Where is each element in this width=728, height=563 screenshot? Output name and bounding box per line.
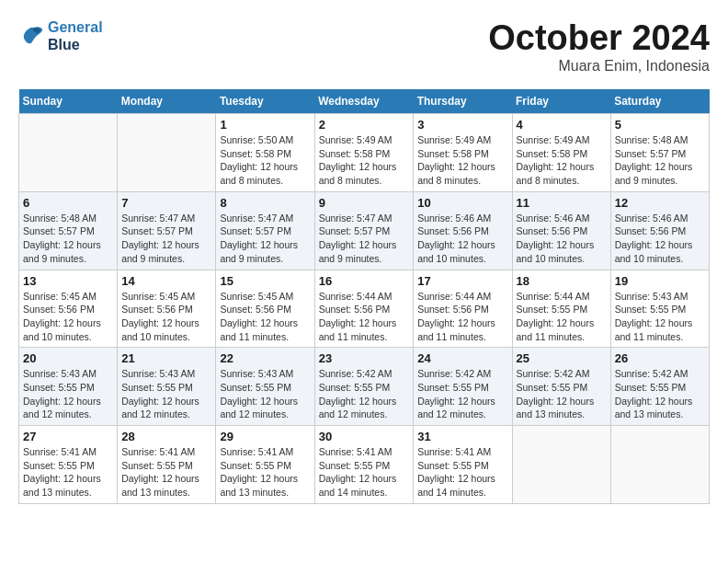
day-info: Sunrise: 5:46 AM Sunset: 5:56 PM Dayligh…	[417, 212, 507, 266]
calendar-cell: 2Sunrise: 5:49 AM Sunset: 5:58 PM Daylig…	[314, 114, 414, 192]
day-number: 9	[319, 196, 410, 210]
calendar-cell: 3Sunrise: 5:49 AM Sunset: 5:58 PM Daylig…	[414, 114, 512, 192]
day-info: Sunrise: 5:41 AM Sunset: 5:55 PM Dayligh…	[121, 445, 211, 500]
calendar-cell: 23Sunrise: 5:42 AM Sunset: 5:55 PM Dayli…	[314, 348, 414, 426]
weekday-header: Wednesday	[314, 89, 414, 114]
day-info: Sunrise: 5:46 AM Sunset: 5:56 PM Dayligh…	[517, 212, 607, 266]
day-info: Sunrise: 5:49 AM Sunset: 5:58 PM Dayligh…	[417, 133, 507, 188]
day-number: 18	[517, 274, 607, 288]
page-header: General Blue October 2024 Muara Enim, In…	[18, 18, 710, 75]
day-info: Sunrise: 5:43 AM Sunset: 5:55 PM Dayligh…	[220, 367, 310, 421]
day-info: Sunrise: 5:49 AM Sunset: 5:58 PM Dayligh…	[319, 133, 410, 188]
weekday-header: Friday	[512, 89, 610, 114]
calendar-cell	[610, 426, 709, 504]
day-number: 17	[417, 274, 507, 288]
calendar-cell	[512, 426, 610, 504]
day-number: 26	[615, 351, 705, 365]
calendar-cell: 24Sunrise: 5:42 AM Sunset: 5:55 PM Dayli…	[414, 348, 512, 426]
day-info: Sunrise: 5:45 AM Sunset: 5:56 PM Dayligh…	[220, 290, 310, 344]
day-number: 23	[319, 351, 410, 365]
calendar-cell: 13Sunrise: 5:45 AM Sunset: 5:56 PM Dayli…	[19, 270, 118, 348]
calendar-week-row: 6Sunrise: 5:48 AM Sunset: 5:57 PM Daylig…	[19, 191, 710, 270]
day-info: Sunrise: 5:42 AM Sunset: 5:55 PM Dayligh…	[417, 367, 507, 421]
calendar-cell: 12Sunrise: 5:46 AM Sunset: 5:56 PM Dayli…	[610, 191, 709, 270]
day-number: 19	[615, 274, 705, 288]
day-number: 31	[417, 430, 507, 443]
day-info: Sunrise: 5:47 AM Sunset: 5:57 PM Dayligh…	[220, 212, 310, 266]
day-info: Sunrise: 5:45 AM Sunset: 5:56 PM Dayligh…	[23, 290, 113, 344]
day-info: Sunrise: 5:50 AM Sunset: 5:58 PM Dayligh…	[220, 133, 310, 188]
day-info: Sunrise: 5:43 AM Sunset: 5:55 PM Dayligh…	[121, 367, 211, 421]
day-info: Sunrise: 5:43 AM Sunset: 5:55 PM Dayligh…	[615, 290, 705, 344]
day-number: 29	[220, 430, 310, 443]
calendar-cell: 5Sunrise: 5:48 AM Sunset: 5:57 PM Daylig…	[610, 114, 709, 192]
day-number: 7	[121, 196, 211, 210]
day-number: 24	[417, 351, 507, 365]
day-info: Sunrise: 5:41 AM Sunset: 5:55 PM Dayligh…	[319, 445, 410, 500]
calendar-cell: 28Sunrise: 5:41 AM Sunset: 5:55 PM Dayli…	[118, 426, 216, 504]
calendar-cell: 8Sunrise: 5:47 AM Sunset: 5:57 PM Daylig…	[216, 191, 314, 270]
day-number: 22	[220, 351, 310, 365]
calendar-cell: 19Sunrise: 5:43 AM Sunset: 5:55 PM Dayli…	[610, 270, 709, 348]
calendar-cell: 15Sunrise: 5:45 AM Sunset: 5:56 PM Dayli…	[216, 270, 314, 348]
calendar-cell: 22Sunrise: 5:43 AM Sunset: 5:55 PM Dayli…	[216, 348, 314, 426]
day-info: Sunrise: 5:42 AM Sunset: 5:55 PM Dayligh…	[319, 367, 410, 421]
calendar-cell: 10Sunrise: 5:46 AM Sunset: 5:56 PM Dayli…	[414, 191, 512, 270]
day-info: Sunrise: 5:48 AM Sunset: 5:57 PM Dayligh…	[615, 133, 705, 188]
calendar-cell: 20Sunrise: 5:43 AM Sunset: 5:55 PM Dayli…	[19, 348, 118, 426]
day-number: 5	[615, 118, 705, 132]
calendar-cell: 4Sunrise: 5:49 AM Sunset: 5:58 PM Daylig…	[512, 114, 610, 192]
calendar-week-row: 1Sunrise: 5:50 AM Sunset: 5:58 PM Daylig…	[19, 114, 710, 192]
day-info: Sunrise: 5:42 AM Sunset: 5:55 PM Dayligh…	[517, 367, 607, 421]
day-info: Sunrise: 5:41 AM Sunset: 5:55 PM Dayligh…	[220, 445, 310, 500]
calendar-cell: 26Sunrise: 5:42 AM Sunset: 5:55 PM Dayli…	[610, 348, 709, 426]
calendar-cell	[118, 114, 216, 192]
title-section: October 2024 Muara Enim, Indonesia	[488, 18, 710, 75]
calendar-week-row: 13Sunrise: 5:45 AM Sunset: 5:56 PM Dayli…	[19, 270, 710, 348]
calendar-cell: 31Sunrise: 5:41 AM Sunset: 5:55 PM Dayli…	[414, 426, 512, 504]
day-info: Sunrise: 5:45 AM Sunset: 5:56 PM Dayligh…	[121, 290, 211, 344]
day-info: Sunrise: 5:44 AM Sunset: 5:56 PM Dayligh…	[417, 290, 507, 344]
day-number: 15	[220, 274, 310, 288]
day-info: Sunrise: 5:44 AM Sunset: 5:56 PM Dayligh…	[319, 290, 410, 344]
day-info: Sunrise: 5:41 AM Sunset: 5:55 PM Dayligh…	[23, 445, 113, 500]
day-info: Sunrise: 5:44 AM Sunset: 5:55 PM Dayligh…	[517, 290, 607, 344]
calendar-cell: 18Sunrise: 5:44 AM Sunset: 5:55 PM Dayli…	[512, 270, 610, 348]
weekday-header: Monday	[118, 89, 216, 114]
day-info: Sunrise: 5:47 AM Sunset: 5:57 PM Dayligh…	[319, 212, 410, 266]
day-info: Sunrise: 5:41 AM Sunset: 5:55 PM Dayligh…	[417, 445, 507, 500]
day-number: 6	[23, 196, 113, 210]
day-number: 25	[517, 351, 607, 365]
logo-icon	[18, 23, 44, 49]
day-number: 27	[23, 430, 113, 443]
calendar-cell: 14Sunrise: 5:45 AM Sunset: 5:56 PM Dayli…	[118, 270, 216, 348]
day-number: 12	[615, 196, 705, 210]
day-number: 16	[319, 274, 410, 288]
day-info: Sunrise: 5:48 AM Sunset: 5:57 PM Dayligh…	[23, 212, 113, 266]
calendar-cell	[19, 114, 118, 192]
weekday-header: Sunday	[19, 89, 118, 114]
calendar-cell: 6Sunrise: 5:48 AM Sunset: 5:57 PM Daylig…	[19, 191, 118, 270]
day-number: 13	[23, 274, 113, 288]
logo-text: General Blue	[48, 18, 103, 53]
day-info: Sunrise: 5:47 AM Sunset: 5:57 PM Dayligh…	[121, 212, 211, 266]
calendar-header-row: SundayMondayTuesdayWednesdayThursdayFrid…	[19, 89, 710, 114]
calendar-table: SundayMondayTuesdayWednesdayThursdayFrid…	[18, 89, 710, 504]
day-number: 1	[220, 118, 310, 132]
calendar-cell: 16Sunrise: 5:44 AM Sunset: 5:56 PM Dayli…	[314, 270, 414, 348]
day-number: 11	[517, 196, 607, 210]
day-number: 21	[121, 351, 211, 365]
weekday-header: Thursday	[414, 89, 512, 114]
day-number: 8	[220, 196, 310, 210]
day-number: 2	[319, 118, 410, 132]
calendar-cell: 21Sunrise: 5:43 AM Sunset: 5:55 PM Dayli…	[118, 348, 216, 426]
calendar-cell: 25Sunrise: 5:42 AM Sunset: 5:55 PM Dayli…	[512, 348, 610, 426]
weekday-header: Tuesday	[216, 89, 314, 114]
day-info: Sunrise: 5:46 AM Sunset: 5:56 PM Dayligh…	[615, 212, 705, 266]
month-title: October 2024	[488, 18, 710, 58]
calendar-cell: 7Sunrise: 5:47 AM Sunset: 5:57 PM Daylig…	[118, 191, 216, 270]
calendar-cell: 30Sunrise: 5:41 AM Sunset: 5:55 PM Dayli…	[314, 426, 414, 504]
calendar-cell: 11Sunrise: 5:46 AM Sunset: 5:56 PM Dayli…	[512, 191, 610, 270]
day-number: 28	[121, 430, 211, 443]
day-info: Sunrise: 5:49 AM Sunset: 5:58 PM Dayligh…	[517, 133, 607, 188]
